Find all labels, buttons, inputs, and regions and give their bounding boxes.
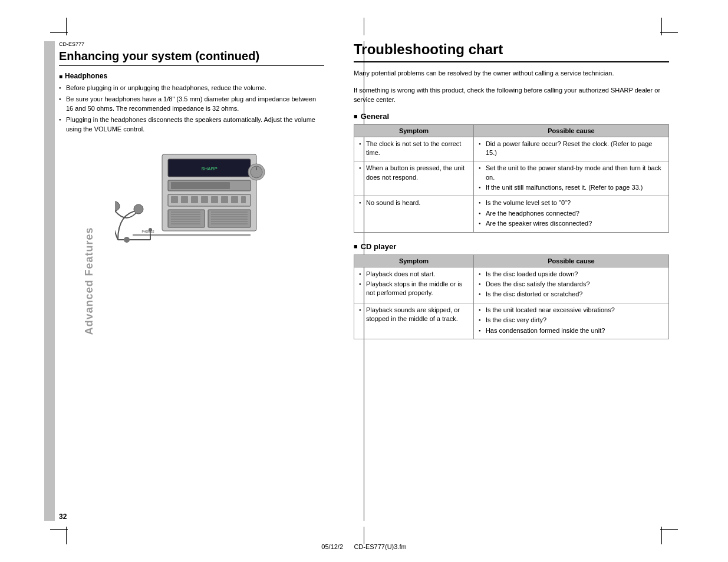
model-number: CD-ES777 xyxy=(59,41,324,47)
symptom-cell: Playback sounds are skipped, or stopped … xyxy=(354,303,474,339)
svg-rect-14 xyxy=(181,196,188,203)
list-item: Did a power failure occur? Reset the clo… xyxy=(479,140,664,158)
svg-rect-16 xyxy=(201,196,208,203)
left-title: Enhancing your system (continued) xyxy=(59,49,324,66)
list-item: Is the disc loaded upside down? xyxy=(479,270,664,279)
list-item: Is the disc distorted or scratched? xyxy=(479,290,664,299)
table-row: When a button is pressed, the unit does … xyxy=(354,161,669,196)
symptom-cell: Playback does not start. Playback stops … xyxy=(354,267,474,303)
svg-point-3 xyxy=(124,237,130,243)
svg-rect-18 xyxy=(221,196,228,203)
list-item: If the unit still malfunctions, reset it… xyxy=(479,183,664,192)
cause-cell: Did a power failure occur? Reset the clo… xyxy=(473,137,668,161)
general-cause-header: Possible cause xyxy=(473,124,668,137)
table-row: The clock is not set to the correct time… xyxy=(354,137,669,161)
svg-point-40 xyxy=(149,228,152,232)
list-item: Be sure your headphones have a 1/8" (3.5… xyxy=(59,95,324,113)
main-content: Advanced Features CD-ES777 Enhancing you… xyxy=(59,41,669,521)
general-section: General Symptom Possible cause The clock… xyxy=(354,112,669,233)
stereo-unit-svg: SHARP xyxy=(115,143,268,249)
cdplayer-cause-header: Possible cause xyxy=(473,254,668,267)
footer-date: 05/12/2 xyxy=(321,543,343,550)
list-item: Is the volume level set to "0"? xyxy=(479,199,664,207)
right-column: Troubleshooting chart Many potential pro… xyxy=(342,41,669,521)
svg-rect-19 xyxy=(231,196,238,203)
table-row: Playback sounds are skipped, or stopped … xyxy=(354,303,669,339)
list-item: Set the unit to the power stand-by mode … xyxy=(479,164,664,182)
table-row: No sound is heard. Is the volume level s… xyxy=(354,196,669,232)
cdplayer-table: Symptom Possible cause Playback does not… xyxy=(354,254,669,339)
headphones-list: Before plugging in or unplugging the hea… xyxy=(59,84,324,134)
svg-rect-15 xyxy=(191,196,198,203)
general-symptom-header: Symptom xyxy=(354,124,474,137)
list-item: Playback stops in the middle or is not p… xyxy=(359,280,469,298)
general-table: Symptom Possible cause The clock is not … xyxy=(354,124,669,233)
device-illustration: SHARP xyxy=(59,143,324,249)
svg-text:PHONES: PHONES xyxy=(141,230,154,233)
intro-text-1: Many potential problems can be resolved … xyxy=(354,68,669,78)
svg-point-5 xyxy=(115,201,120,211)
intro-text-2: If something is wrong with this product,… xyxy=(354,85,669,105)
symptom-cell: The clock is not set to the correct time… xyxy=(354,137,474,161)
footer: 05/12/2 CD-ES777(U)3.fm xyxy=(59,543,669,550)
list-item: When a button is pressed, the unit does … xyxy=(359,164,469,182)
cdplayer-heading: CD player xyxy=(354,242,669,251)
list-item: Is the disc very dirty? xyxy=(479,316,664,325)
cdplayer-symptom-header: Symptom xyxy=(354,254,474,267)
table-row: Playback does not start. Playback stops … xyxy=(354,267,669,303)
list-item: Are the speaker wires disconnected? xyxy=(479,219,664,228)
sidebar-label: Advanced Features xyxy=(83,227,95,335)
svg-point-6 xyxy=(134,204,143,214)
list-item: Are the headphones connected? xyxy=(479,209,664,218)
footer-model: CD-ES777(U)3.fm xyxy=(354,543,406,550)
svg-rect-17 xyxy=(211,196,218,203)
headphones-heading: Headphones xyxy=(59,72,324,80)
symptom-cell: When a button is pressed, the unit does … xyxy=(354,161,474,196)
list-item: The clock is not set to the correct time… xyxy=(359,140,469,158)
list-item: Plugging in the headphones disconnects t… xyxy=(59,115,324,134)
general-heading: General xyxy=(354,112,669,121)
svg-rect-20 xyxy=(241,196,246,203)
list-item: Playback sounds are skipped, or stopped … xyxy=(359,306,469,324)
cause-cell: Is the disc loaded upside down? Does the… xyxy=(473,267,668,303)
list-item: No sound is heard. xyxy=(359,199,469,207)
footer-center: 05/12/2 CD-ES777(U)3.fm xyxy=(321,543,406,550)
list-item: Before plugging in or unplugging the hea… xyxy=(59,84,324,92)
list-item: Does the disc satisfy the standards? xyxy=(479,280,664,289)
cdplayer-section: CD player Symptom Possible cause Playbac… xyxy=(354,242,669,339)
cause-cell: Is the volume level set to "0"? Are the … xyxy=(473,196,668,232)
right-title: Troubleshooting chart xyxy=(354,41,669,62)
page-number: 32 xyxy=(59,513,67,521)
cause-cell: Set the unit to the power stand-by mode … xyxy=(473,161,668,196)
sidebar-bar xyxy=(44,41,55,521)
list-item: Playback does not start. xyxy=(359,270,469,279)
list-item: Has condensation formed inside the unit? xyxy=(479,326,664,335)
cause-cell: Is the unit located near excessive vibra… xyxy=(473,303,668,339)
left-column: Advanced Features CD-ES777 Enhancing you… xyxy=(59,41,342,521)
svg-rect-11 xyxy=(171,182,230,189)
svg-rect-13 xyxy=(171,196,178,203)
list-item: Is the unit located near excessive vibra… xyxy=(479,306,664,315)
symptom-cell: No sound is heard. xyxy=(354,196,474,232)
svg-text:SHARP: SHARP xyxy=(201,166,218,171)
